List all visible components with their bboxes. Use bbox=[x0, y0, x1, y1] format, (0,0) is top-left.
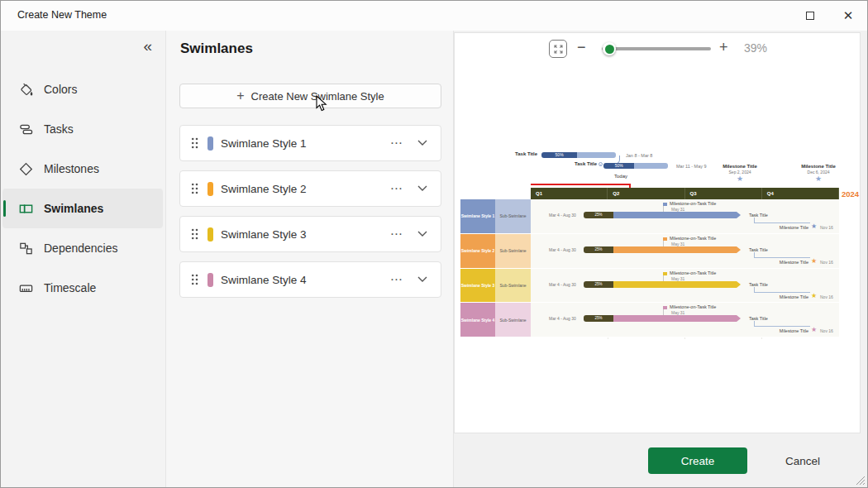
ruler-icon bbox=[17, 280, 34, 296]
sidebar-item-swimlanes[interactable]: Swimlanes bbox=[2, 189, 163, 228]
sidebar-item-timescale[interactable]: Timescale bbox=[2, 268, 163, 308]
more-options-button[interactable]: ⋯ bbox=[383, 136, 411, 151]
sidebar-item-milestones[interactable]: Milestones bbox=[2, 149, 163, 189]
zoom-in-button[interactable]: + bbox=[719, 39, 728, 56]
timeline-band: Q1 Q2 Q3 Q4 bbox=[531, 188, 839, 199]
paint-bucket-icon bbox=[17, 81, 34, 98]
zoom-slider[interactable] bbox=[602, 47, 711, 50]
milestone-connector bbox=[754, 218, 810, 223]
task-percent: 25% bbox=[584, 281, 613, 288]
swimlane-track: Milestone-on-Task Title May 31 Mar 4 - A… bbox=[531, 269, 839, 303]
task-bar-arrow bbox=[737, 212, 741, 218]
task-dates: Mar 4 - Aug 30 bbox=[549, 213, 576, 218]
chevron-down-icon[interactable] bbox=[417, 231, 427, 237]
drag-handle-icon[interactable] bbox=[190, 136, 199, 150]
create-new-theme-dialog: Create New Theme ✕ « Colors Tasks Milest… bbox=[0, 0, 868, 488]
sidebar-item-dependencies[interactable]: Dependencies bbox=[2, 228, 163, 268]
swimlane-style-label: Swimlane Style 1 bbox=[221, 137, 383, 150]
milestone-on-task-title: Milestone-on-Task Title bbox=[670, 201, 716, 206]
panel-title: Swimlanes bbox=[180, 41, 253, 57]
milestone-date: Nov 16 bbox=[820, 260, 833, 265]
cancel-button[interactable]: Cancel bbox=[761, 447, 844, 474]
zoom-out-button[interactable]: − bbox=[577, 39, 586, 56]
milestone-date: Nov 16 bbox=[820, 294, 833, 299]
milestone-connector bbox=[754, 321, 810, 327]
milestone-title: Milestone Title bbox=[751, 294, 808, 299]
gantt-preview: Task Title 50% Jan 8 - Mar 8 + Task Titl… bbox=[460, 151, 856, 339]
more-options-button[interactable]: ⋯ bbox=[383, 181, 411, 196]
swimlane-style-row-4[interactable]: Swimlane Style 4 ⋯ bbox=[179, 261, 441, 298]
milestone-on-task-title: Milestone-on-Task Title bbox=[670, 236, 716, 241]
sidebar-item-label: Swimlanes bbox=[44, 202, 103, 215]
chevron-down-icon[interactable] bbox=[417, 185, 427, 192]
milestone-on-task-flag-icon bbox=[663, 306, 667, 309]
milestone-star-icon: ★ bbox=[783, 175, 854, 182]
milestone-title: Milestone Title bbox=[751, 225, 808, 230]
sub-swimlane-cell: Sub-Swimlane bbox=[495, 303, 531, 337]
swimlane-name-cell: Swimlane Style 4 bbox=[460, 303, 495, 337]
fit-to-screen-icon bbox=[553, 44, 564, 55]
maximize-button[interactable] bbox=[791, 1, 829, 31]
milestone-title: Milestone Title bbox=[704, 164, 775, 169]
milestone-title: Milestone Title bbox=[751, 260, 808, 265]
task-bar: 25% bbox=[584, 315, 741, 322]
task-percent: 50% bbox=[603, 163, 634, 169]
swimlane-rows: Swimlane Style 1 Sub-Swimlane Milestone-… bbox=[460, 199, 839, 337]
quarter-label: Q3 bbox=[685, 188, 762, 199]
sidebar-item-tasks[interactable]: Tasks bbox=[2, 109, 163, 149]
swimlane-track: Milestone-on-Task Title May 31 Mar 4 - A… bbox=[531, 234, 839, 268]
task-dates: Mar 11 - May 9 bbox=[676, 164, 707, 169]
swimlane-style-row-3[interactable]: Swimlane Style 3 ⋯ bbox=[179, 216, 441, 252]
swimlane-style-row-2[interactable]: Swimlane Style 2 ⋯ bbox=[179, 170, 441, 207]
task-bar: 50% bbox=[541, 152, 616, 158]
milestone-date: Nov 16 bbox=[820, 328, 833, 333]
milestone-date: Nov 16 bbox=[820, 225, 833, 230]
swimlane-name-cell: Swimlane Style 3 bbox=[460, 269, 495, 303]
milestone-connector bbox=[754, 287, 810, 293]
create-new-swimlane-style-label: Create New Swimlane Style bbox=[251, 90, 384, 103]
resize-grip[interactable] bbox=[856, 476, 865, 485]
collapse-sidebar-button[interactable]: « bbox=[143, 37, 152, 55]
drag-handle-icon[interactable] bbox=[190, 227, 199, 241]
task-dates: Mar 4 - Aug 30 bbox=[549, 282, 576, 287]
milestone-title: Milestone Title bbox=[751, 328, 808, 333]
swimlane-track: Milestone-on-Task Title May 31 Mar 4 - A… bbox=[531, 303, 839, 337]
swimlane-name-cell: Swimlane Style 1 bbox=[460, 199, 495, 233]
quarter-label: Q2 bbox=[608, 188, 684, 199]
swimlane-style-row-1[interactable]: Swimlane Style 1 ⋯ bbox=[179, 125, 441, 161]
more-options-button[interactable]: ⋯ bbox=[383, 227, 411, 242]
maximize-icon bbox=[806, 12, 814, 20]
style-color-chip bbox=[207, 227, 213, 242]
diamond-icon bbox=[17, 160, 34, 177]
swimlane-style-label: Swimlane Style 4 bbox=[221, 274, 383, 286]
sidebar-item-label: Tasks bbox=[44, 122, 74, 136]
create-new-swimlane-style-button[interactable]: + Create New Swimlane Style bbox=[179, 84, 441, 108]
swimlane-row: Swimlane Style 3 Sub-Swimlane Milestone-… bbox=[460, 269, 839, 304]
swimlane-icon bbox=[17, 200, 34, 217]
close-icon: ✕ bbox=[843, 8, 854, 23]
zoom-slider-thumb[interactable] bbox=[603, 42, 616, 55]
task-bar-arrow bbox=[737, 315, 741, 322]
swimlane-row: Swimlane Style 4 Sub-Swimlane Milestone-… bbox=[460, 303, 839, 337]
fit-to-screen-button[interactable] bbox=[549, 40, 567, 58]
drag-handle-icon[interactable] bbox=[190, 182, 199, 195]
drag-handle-icon[interactable] bbox=[190, 273, 199, 286]
today-line bbox=[531, 184, 631, 185]
sidebar-item-colors[interactable]: Colors bbox=[2, 69, 163, 109]
swimlane-row: Swimlane Style 1 Sub-Swimlane Milestone-… bbox=[460, 199, 839, 234]
today-label: Today bbox=[614, 174, 627, 179]
sidebar-list: Colors Tasks Milestones Swimlanes Depend… bbox=[1, 69, 165, 308]
milestone-on-task-title: Milestone-on-Task Title bbox=[670, 270, 716, 275]
close-button[interactable]: ✕ bbox=[829, 1, 867, 31]
zoom-level-value: 39% bbox=[744, 41, 767, 55]
plus-icon: + bbox=[236, 89, 244, 103]
task-dates: Mar 4 - Aug 30 bbox=[549, 247, 576, 252]
task-percent: 25% bbox=[584, 212, 613, 218]
create-button[interactable]: Create bbox=[648, 447, 747, 474]
more-options-button[interactable]: ⋯ bbox=[383, 272, 411, 287]
task-bar-arrow bbox=[737, 246, 741, 253]
chevron-down-icon[interactable] bbox=[417, 140, 427, 146]
milestone-title: Milestone Title bbox=[783, 164, 854, 169]
chevron-down-icon[interactable] bbox=[417, 276, 427, 283]
swimlane-name-cell: Swimlane Style 2 bbox=[460, 234, 495, 268]
